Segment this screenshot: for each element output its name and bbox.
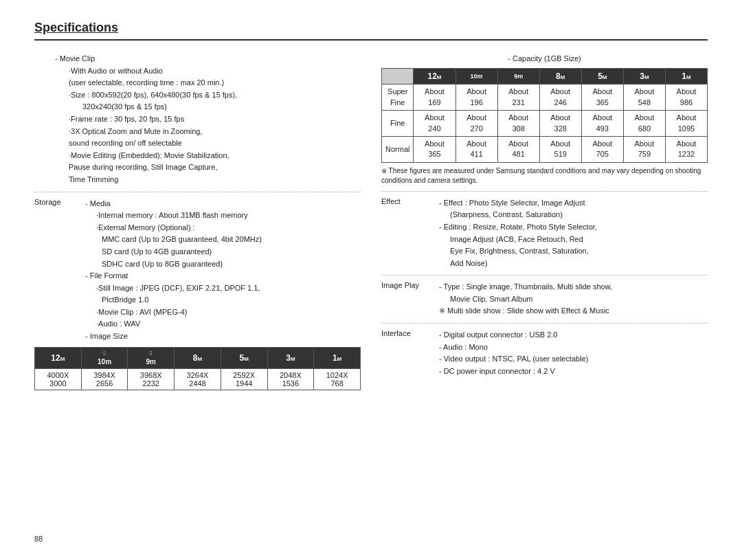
storage-line-8: PictBridge 1.0: [85, 294, 361, 306]
storage-key: Storage: [34, 198, 82, 343]
interface-val: - Digital output connector : USB 2.0 - A…: [439, 329, 708, 377]
image-size-table: 12M  10m  9m 8M 5M 3M 1M: [34, 347, 361, 390]
img-size-5m: 2592X1944: [221, 368, 267, 390]
cap-n-1m: About1232: [665, 136, 707, 162]
image-play-section: Image Play - Type : Single image, Thumbn…: [381, 281, 708, 317]
effect-line-2: - Editing : Resize, Rotate, Photo Style …: [439, 221, 708, 234]
cap-hdr-3m: 3M: [623, 68, 665, 85]
movie-line-0: ·With Audio or without Audio: [34, 65, 361, 78]
cap-n-10m: About411: [456, 136, 497, 162]
cap-label-normal: Normal: [382, 136, 414, 162]
storage-val: - Media ·Internal memory : About 31MB fl…: [85, 198, 361, 343]
cap-f-3m: About680: [623, 111, 665, 137]
interface-key: Interface: [381, 329, 436, 377]
capacity-table: 12M 10m 9m 8M 5M 3M 1M SuperFine About16…: [381, 68, 708, 163]
image-play-line-1: Movie Clip, Smart Album: [439, 293, 708, 306]
movie-line-3: 320x240(30 fps & 15 fps): [34, 101, 361, 113]
storage-line-6: - File Format: [85, 270, 361, 282]
movie-line-2: ·Size : 800x592(20 fps), 640x480(30 fps …: [34, 89, 361, 102]
movie-line-7: ·Movie Editing (Embedded): Movie Stabili…: [34, 150, 361, 162]
cap-sf-8m: About246: [539, 85, 581, 111]
img-size-10m: 3984X2656: [81, 368, 128, 390]
effect-line-5: Add Noise): [439, 258, 708, 270]
img-hdr-12m: 12M: [35, 347, 82, 368]
cap-sf-5m: About365: [581, 85, 623, 111]
left-column: - Movie Clip ·With Audio or without Audi…: [34, 53, 361, 390]
cap-hdr-8m: 8M: [539, 68, 581, 85]
cap-f-9m: About308: [497, 111, 539, 137]
cap-hdr-empty: [382, 68, 414, 85]
storage-line-10: ·Audio : WAV: [85, 318, 361, 331]
img-hdr-9m:  9m: [128, 347, 175, 368]
cap-hdr-12m: 12M: [414, 68, 456, 85]
movie-clip-label: - Movie Clip: [34, 53, 361, 65]
cap-sf-3m: About548: [623, 85, 665, 111]
storage-line-7: ·Still Image : JPEG (DCF), EXIF 2.21, DP…: [85, 282, 361, 295]
interface-line-3: - DC power input connector : 4.2 V: [439, 366, 708, 378]
cap-label-superfine: SuperFine: [382, 85, 414, 111]
img-size-8m: 3264X2448: [175, 368, 221, 390]
movie-clip-section: - Movie Clip ·With Audio or without Audi…: [34, 53, 361, 186]
cap-row-superfine: SuperFine About169 About196 About231 Abo…: [382, 85, 708, 111]
movie-line-8: Pause during recording, Still Image Capt…: [34, 161, 361, 174]
cap-sf-1m: About986: [665, 85, 707, 111]
effect-line-3: Image Adjust (ACB, Face Retouch, Red: [439, 234, 708, 246]
img-size-3m: 2048X1536: [267, 368, 314, 390]
divider-1: [34, 192, 361, 192]
movie-line-5: ·3X Optical Zoom and Mute in Zooming,: [34, 126, 361, 138]
cap-n-12m: About365: [414, 136, 456, 162]
cap-f-5m: About493: [581, 111, 623, 137]
cap-sf-9m: About231: [497, 85, 539, 111]
cap-row-fine: Fine About240 About270 About308 About328…: [382, 111, 708, 137]
img-hdr-8m: 8M: [175, 347, 221, 368]
image-play-val: - Type : Single image, Thumbnails, Multi…: [439, 281, 708, 317]
storage-line-3: MMC card (Up to 2GB guaranteed, 4bit 20M…: [85, 234, 361, 246]
storage-line-0: - Media: [85, 198, 361, 210]
divider-right-2: [381, 275, 708, 276]
image-play-line-0: - Type : Single image, Thumbnails, Multi…: [439, 281, 708, 293]
img-size-9m: 3968X2232: [128, 368, 175, 390]
effect-line-0: - Effect : Photo Style Selector, Image A…: [439, 197, 708, 210]
effect-line-1: (Sharpness, Contrast, Saturation): [439, 209, 708, 221]
movie-line-1: (user selectable, recording time : max 2…: [34, 77, 361, 89]
cap-n-3m: About759: [623, 136, 665, 162]
capacity-note: ※ These figures are measured under Samsu…: [381, 166, 708, 186]
movie-line-9: Time Trimming: [34, 174, 361, 186]
cap-label-fine: Fine: [382, 111, 414, 137]
img-hdr-10m:  10m: [81, 347, 128, 368]
cap-f-1m: About1095: [665, 111, 707, 137]
cap-f-10m: About270: [456, 111, 497, 137]
img-size-1m: 1024X768: [314, 368, 361, 390]
effect-val: - Effect : Photo Style Selector, Image A…: [439, 197, 708, 270]
cap-n-9m: About481: [497, 136, 539, 162]
right-column: - Capacity (1GB Size) 12M 10m 9m 8M 5M 3…: [381, 53, 708, 390]
cap-row-normal: Normal About365 About411 About481 About5…: [382, 136, 708, 162]
storage-line-4: SD card (Up to 4GB guaranteed): [85, 246, 361, 258]
capacity-title: - Capacity (1GB Size): [381, 53, 708, 65]
divider-right-3: [381, 323, 708, 324]
interface-section: Interface - Digital output connector : U…: [381, 329, 708, 377]
cap-hdr-10m: 10m: [456, 68, 497, 85]
cap-hdr-5m: 5M: [581, 68, 623, 85]
cap-f-12m: About240: [414, 111, 456, 137]
divider-right-1: [381, 191, 708, 192]
movie-line-4: ·Frame rate : 30 fps, 20 fps, 15 fps: [34, 113, 361, 126]
cap-hdr-1m: 1M: [665, 68, 707, 85]
img-hdr-5m: 5M: [221, 347, 267, 368]
storage-section: Storage - Media ·Internal memory : About…: [34, 198, 361, 343]
cap-f-8m: About328: [539, 111, 581, 137]
storage-line-9: ·Movie Clip : AVI (MPEG-4): [85, 306, 361, 319]
storage-line-2: ·External Memory (Optional) :: [85, 222, 361, 234]
page-title: Specifications: [34, 21, 708, 41]
cap-n-8m: About519: [539, 136, 581, 162]
img-size-header-row: 12M  10m  9m 8M 5M 3M 1M: [35, 347, 361, 368]
effect-key: Effect: [381, 197, 436, 270]
image-play-line-2: ※ Multi slide show : Slide show with Eff…: [439, 305, 708, 317]
interface-line-2: - Video output : NTSC, PAL (user selecta…: [439, 353, 708, 366]
img-hdr-1m: 1M: [314, 347, 361, 368]
img-size-12m: 4000X3000: [35, 368, 82, 390]
cap-n-5m: About705: [581, 136, 623, 162]
effect-section: Effect - Effect : Photo Style Selector, …: [381, 197, 708, 270]
img-hdr-3m: 3M: [267, 347, 314, 368]
movie-line-6: sound recording on/ off selectable: [34, 137, 361, 150]
